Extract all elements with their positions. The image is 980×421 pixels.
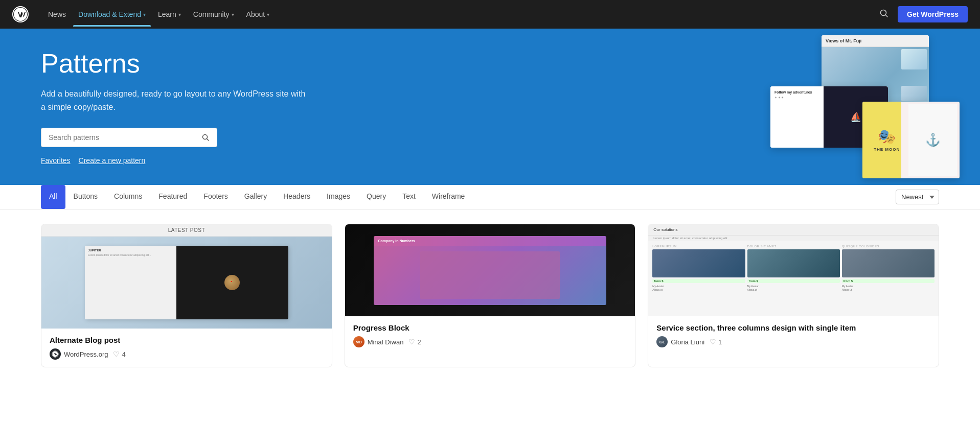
service-col-text: My AvatarAliqua ut: [747, 285, 840, 291]
author-avatar: [50, 348, 61, 360]
planet-circle: [224, 275, 240, 290]
blog-sidebar: JUPITER Lorem ipsum dolor sit amet conse…: [85, 246, 176, 319]
nav-item-about[interactable]: About ▾: [241, 6, 275, 22]
hero-links: Favorites Create a new pattern: [41, 156, 307, 165]
filter-tab-all[interactable]: All: [41, 185, 65, 209]
nav-item-community[interactable]: Community ▾: [188, 6, 239, 22]
card-author: WordPress.org: [50, 348, 108, 360]
card-likes: ♡ 2: [408, 338, 421, 346]
hero-content: Patterns Add a beautifully designed, rea…: [41, 49, 307, 165]
service-col-2: DOLOR SIT AMET from $ My AvatarAliqua ut: [747, 245, 840, 312]
progress-building: [420, 251, 559, 299]
service-col-3: QUISQUE COLONIDES from $ My AvatarAliqua…: [842, 245, 935, 312]
svg-line-2: [886, 15, 888, 17]
filter-right: Newest Oldest Popular: [896, 190, 939, 204]
nav-items: News Download & Extend ▾ Learn ▾ Communi…: [43, 6, 876, 22]
sort-select[interactable]: Newest Oldest Popular: [896, 190, 939, 204]
service-header: Our solutions: [648, 224, 939, 236]
card-author: MD Minal Diwan: [353, 336, 404, 347]
wp-logo[interactable]: [12, 6, 29, 22]
navbar: News Download & Extend ▾ Learn ▾ Communi…: [0, 0, 980, 29]
service-price: from $: [842, 279, 935, 283]
blog-main-image: [176, 246, 288, 319]
cards-section: LATEST POST JUPITER Lorem ipsum dolor si…: [0, 209, 980, 388]
filter-tab-images[interactable]: Images: [318, 185, 358, 209]
svg-line-4: [207, 139, 209, 141]
card-title: Service section, three columns design wi…: [656, 323, 930, 332]
card-meta: WordPress.org ♡ 4: [50, 348, 324, 360]
filter-tab-gallery[interactable]: Gallery: [236, 185, 275, 209]
filter-tab-headers[interactable]: Headers: [275, 185, 318, 209]
chevron-down-icon: ▾: [267, 12, 269, 17]
card-image-service: Our solutions Lorem ipsum dolor sit amet…: [648, 224, 939, 316]
author-avatar: MD: [353, 336, 364, 347]
create-pattern-link[interactable]: Create a new pattern: [79, 156, 146, 165]
blog-card-inner: JUPITER Lorem ipsum dolor sit amet conse…: [85, 246, 288, 319]
filter-tab-footers[interactable]: Footers: [195, 185, 236, 209]
cards-grid: LATEST POST JUPITER Lorem ipsum dolor si…: [41, 224, 939, 367]
pattern-card[interactable]: Our solutions Lorem ipsum dolor sit amet…: [648, 224, 939, 367]
hero-description: Add a beautifully designed, ready to go …: [41, 87, 307, 113]
search-button[interactable]: [876, 6, 892, 24]
service-price: from $: [747, 279, 840, 283]
author-name: WordPress.org: [64, 350, 108, 358]
filter-tab-wireframe[interactable]: Wireframe: [424, 185, 473, 209]
hero-search-button[interactable]: [194, 128, 217, 147]
card-likes: ♡ 1: [710, 338, 722, 346]
progress-header: Company In Numbers: [374, 236, 606, 246]
progress-body: [374, 246, 606, 305]
filter-tab-buttons[interactable]: Buttons: [65, 185, 106, 209]
service-col-text: My AvatarAliqua ut: [652, 285, 745, 291]
latest-post-badge: LATEST POST: [41, 224, 332, 237]
chevron-down-icon: ▾: [232, 12, 234, 17]
filter-tab-query[interactable]: Query: [358, 185, 394, 209]
service-col-img: [842, 249, 935, 277]
card-author: GL Gloria Liuni: [656, 336, 704, 347]
hero-title: Patterns: [41, 49, 307, 78]
filter-bar: All Buttons Columns Featured Footers Gal…: [0, 185, 980, 209]
hero-search-row: [41, 128, 307, 147]
service-price: from $: [652, 279, 745, 283]
service-col-1: LOREM IPSUM from $ My AvatarAliqua ut: [652, 245, 745, 312]
service-col-img: [747, 249, 840, 277]
progress-inner: Company In Numbers: [374, 236, 606, 305]
pattern-card[interactable]: LATEST POST JUPITER Lorem ipsum dolor si…: [41, 224, 332, 367]
hero-section: Patterns Add a beautifully designed, rea…: [0, 29, 980, 185]
card-info: Alternate Blog post WordPress.org ♡: [41, 329, 332, 367]
chevron-down-icon: ▾: [178, 12, 181, 17]
hero-card-3: 🎭 THE MOON ⚓: [862, 102, 960, 178]
nav-item-news[interactable]: News: [43, 6, 71, 22]
author-avatar: GL: [656, 336, 668, 347]
author-name: Gloria Liuni: [671, 338, 704, 346]
search-input[interactable]: [41, 128, 194, 147]
service-col-img: [652, 249, 745, 277]
card-title: Alternate Blog post: [50, 336, 324, 344]
service-col-text: My AvatarAliqua ut: [842, 285, 935, 291]
filter-tab-featured[interactable]: Featured: [150, 185, 195, 209]
heart-icon: ♡: [113, 350, 120, 358]
card-1-header: Views of Mt. Fuji: [822, 35, 929, 47]
card-meta: GL Gloria Liuni ♡ 1: [656, 336, 930, 347]
pattern-card[interactable]: Company In Numbers Progress Block MD Min…: [345, 224, 636, 367]
nav-item-download-extend[interactable]: Download & Extend ▾: [73, 6, 151, 22]
author-name: Minal Diwan: [368, 338, 404, 346]
service-cols: LOREM IPSUM from $ My AvatarAliqua ut DO…: [648, 241, 939, 316]
filter-tabs: All Buttons Columns Featured Footers Gal…: [41, 185, 896, 209]
card-meta: MD Minal Diwan ♡ 2: [353, 336, 627, 347]
nav-item-learn[interactable]: Learn ▾: [153, 6, 186, 22]
heart-icon: ♡: [710, 338, 716, 346]
card-title: Progress Block: [353, 323, 627, 332]
filter-tab-text[interactable]: Text: [394, 185, 424, 209]
heart-icon: ♡: [408, 338, 415, 346]
nav-right: Get WordPress: [876, 6, 968, 24]
filter-tab-columns[interactable]: Columns: [106, 185, 150, 209]
card-likes: ♡ 4: [113, 350, 125, 358]
card-info: Progress Block MD Minal Diwan ♡ 2: [345, 316, 635, 355]
favorites-link[interactable]: Favorites: [41, 156, 71, 165]
card-info: Service section, three columns design wi…: [648, 316, 939, 355]
svg-point-1: [881, 10, 886, 15]
get-wordpress-button[interactable]: Get WordPress: [898, 6, 968, 22]
card-image-blog: JUPITER Lorem ipsum dolor sit amet conse…: [41, 237, 332, 329]
chevron-down-icon: ▾: [143, 12, 146, 17]
card-image-progress: Company In Numbers: [345, 224, 635, 316]
